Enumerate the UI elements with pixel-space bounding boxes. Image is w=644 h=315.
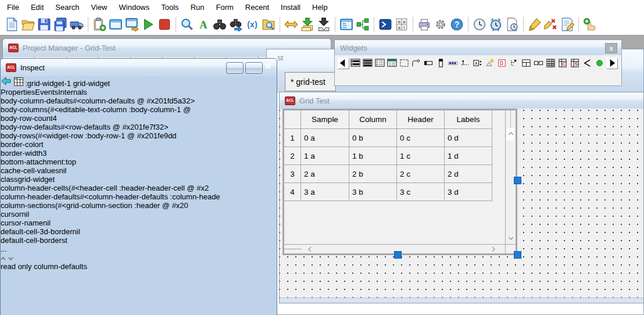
- run-button[interactable]: [140, 16, 156, 33]
- up-down-control-icon[interactable]: a: [472, 58, 483, 69]
- menu-view[interactable]: View: [85, 1, 113, 13]
- save-all-button[interactable]: [52, 16, 69, 33]
- tab-control-icon[interactable]: [411, 58, 422, 69]
- report-list-icon[interactable]: [362, 58, 373, 69]
- grid-column-header[interactable]: Labels: [445, 110, 492, 129]
- property-row[interactable]: border-colort: [1, 140, 277, 149]
- property-value[interactable]: (#<header-cell :header-header-cell @ #x2: [69, 184, 209, 192]
- swap-definitions-button[interactable]: [283, 16, 299, 33]
- grid-cell[interactable]: 3 b: [349, 183, 397, 201]
- property-value[interactable]: nil: [73, 227, 80, 236]
- horizontal-scale-icon[interactable]: [423, 58, 434, 69]
- grid-cell[interactable]: 3 a: [301, 183, 349, 201]
- menu-search[interactable]: Search: [49, 1, 85, 13]
- clock-button[interactable]: [471, 16, 488, 33]
- property-row[interactable]: default-cell-borderst: [1, 236, 277, 245]
- item-list-icon[interactable]: [374, 58, 385, 69]
- back-button[interactable]: [1, 79, 14, 88]
- property-row[interactable]: cache-cell-valuesnil: [1, 166, 277, 175]
- property-name[interactable]: column-sections: [1, 201, 55, 210]
- property-value[interactable]: (#<editable-text-column :body-column-1 @: [48, 105, 191, 114]
- form-design-area[interactable]: SampleColumnHeaderLabels10 a0 b0 c0 d21 …: [280, 109, 643, 298]
- maximize-button[interactable]: [245, 62, 263, 74]
- scroll-left-icon[interactable]: [338, 58, 349, 69]
- grid-cell[interactable]: 2 d: [445, 165, 492, 183]
- property-row[interactable]: column-header-cells(#<header-cell :heade…: [1, 184, 277, 192]
- grid-cell[interactable]: 2 b: [349, 165, 397, 183]
- tab-events[interactable]: Events: [35, 88, 58, 96]
- property-name[interactable]: column-header-cells: [1, 184, 69, 192]
- property-name[interactable]: class: [1, 175, 18, 184]
- property-name[interactable]: cursor-name: [1, 219, 43, 227]
- bitmap-pane-icon[interactable]: [496, 58, 507, 69]
- grid-cell[interactable]: 0 d: [445, 129, 492, 147]
- menu-run[interactable]: Run: [185, 1, 210, 13]
- selection-handle-right[interactable]: [514, 177, 521, 184]
- property-value[interactable]: nil: [22, 210, 29, 219]
- grid-row-header[interactable]: 3: [284, 165, 301, 183]
- grid-column-header[interactable]: Column: [349, 110, 397, 129]
- grid-cell[interactable]: 0 b: [349, 129, 397, 147]
- grid-cell[interactable]: 0 a: [301, 129, 349, 147]
- selection-handle-corner[interactable]: [514, 251, 521, 259]
- property-row[interactable]: bottom-attachment:top: [1, 158, 277, 166]
- property-value[interactable]: nil: [43, 219, 51, 227]
- property-value[interactable]: (#<grid-column-section :header @ #x20: [55, 201, 188, 210]
- property-row[interactable]: body-column-defaults#<column-defaults @ …: [1, 96, 277, 105]
- group-box-icon[interactable]: [399, 58, 410, 69]
- property-value[interactable]: grid-widget: [18, 175, 55, 184]
- paste-new-form-button[interactable]: [91, 16, 108, 33]
- cell-editor-button[interactable]: aaaI: [393, 16, 410, 33]
- edit-form-button[interactable]: [559, 16, 575, 33]
- property-row[interactable]: body-row-defaults#<row-defaults @ #x201f…: [1, 123, 277, 131]
- add-hand-button[interactable]: [582, 16, 598, 33]
- property-name[interactable]: default-cell-3d-border: [1, 227, 73, 236]
- grid-row-header[interactable]: 4: [284, 183, 301, 201]
- class-browser-button[interactable]: [355, 16, 371, 33]
- property-name[interactable]: border-width: [1, 149, 42, 158]
- find-button[interactable]: [179, 16, 195, 33]
- edit-remove-button[interactable]: [543, 16, 559, 33]
- edit-button[interactable]: [527, 16, 543, 33]
- split-window-icon[interactable]: [521, 58, 532, 69]
- property-value[interactable]: :top: [63, 158, 76, 166]
- property-value[interactable]: #<column-defaults @ #x201fd5a32>: [73, 96, 195, 105]
- editor-tab-grid-test[interactable]: * grid-test: [285, 72, 336, 91]
- widgets-close-button[interactable]: x: [605, 43, 617, 53]
- property-name[interactable]: default-cell-borders: [1, 236, 65, 245]
- menu-install[interactable]: Install: [275, 1, 306, 13]
- grid-widget[interactable]: SampleColumnHeaderLabels10 a0 b0 c0 d21 …: [282, 109, 517, 255]
- alarm-button[interactable]: [488, 16, 504, 33]
- property-value[interactable]: #<column-header-defaults :column-heade: [80, 192, 220, 201]
- property-row[interactable]: body-columns(#<editable-text-column :bod…: [1, 105, 277, 114]
- property-list-scrollbar[interactable]: [1, 253, 277, 262]
- property-row[interactable]: body-rows(#<widget-row :body-row-1 @ #x2…: [1, 131, 277, 140]
- property-row[interactable]: border-width3: [1, 149, 277, 158]
- grid-cell[interactable]: 0 c: [397, 129, 445, 147]
- font-button[interactable]: A: [195, 16, 212, 33]
- help-button[interactable]: ?: [449, 16, 465, 33]
- selection-handle-bottom[interactable]: [394, 251, 402, 259]
- property-name[interactable]: cache-cell-values: [1, 166, 59, 175]
- grid-row-header[interactable]: 2: [284, 147, 301, 165]
- radio-lamp-icon[interactable]: [594, 58, 605, 69]
- property-value[interactable]: #<row-defaults @ #x201fe7f32>: [60, 123, 168, 131]
- property-value[interactable]: 4: [53, 114, 57, 123]
- menu-file[interactable]: File: [1, 1, 25, 13]
- menu-help[interactable]: Help: [306, 1, 334, 13]
- property-row[interactable]: default-cell-3d-bordernil: [1, 227, 277, 236]
- property-row[interactable]: column-sections(#<grid-column-section :h…: [1, 201, 277, 210]
- grid-cell[interactable]: 1 d: [445, 147, 492, 165]
- grid-test-titlebar[interactable]: ACL Grid Test: [280, 92, 643, 109]
- menu-recent[interactable]: Recent: [239, 1, 275, 13]
- search-next-button[interactable]: [228, 16, 244, 33]
- find-symbol-button[interactable]: (x): [244, 16, 260, 33]
- property-row[interactable]: body-row-count4: [1, 114, 277, 123]
- scroll-down-button[interactable]: [8, 253, 13, 262]
- grid-cell[interactable]: 2 c: [397, 165, 445, 183]
- property-name[interactable]: body-column-defaults: [1, 96, 73, 105]
- ellipsis-button[interactable]: ...: [1, 245, 7, 253]
- comparison-icon[interactable]: [582, 58, 593, 69]
- chevron-right-icon[interactable]: [490, 246, 497, 253]
- deliver-button[interactable]: [69, 16, 85, 33]
